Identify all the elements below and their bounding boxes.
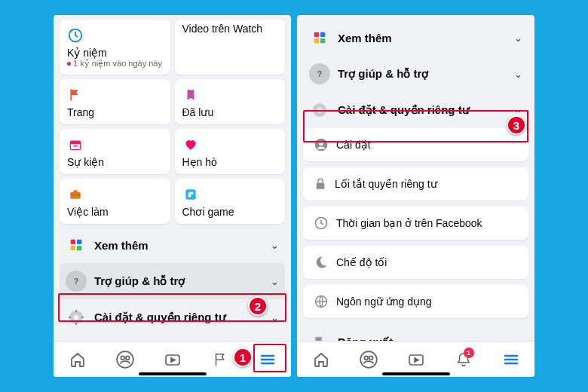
- tab-bar: [54, 341, 291, 377]
- svg-point-23: [121, 356, 124, 360]
- card-dating[interactable]: Hẹn hò: [175, 129, 286, 174]
- item-settings[interactable]: Cài đặt: [303, 128, 528, 161]
- svg-point-45: [364, 356, 368, 360]
- label: Đăng xuất: [338, 335, 522, 341]
- item-dark-mode[interactable]: Chế độ tối: [303, 246, 528, 279]
- svg-point-35: [317, 108, 323, 113]
- tab-menu[interactable]: [251, 345, 284, 375]
- label: Video trên Watch: [182, 23, 278, 35]
- tab-home[interactable]: [61, 345, 94, 375]
- svg-rect-5: [74, 190, 78, 192]
- annotation-number-1: 1: [233, 348, 253, 367]
- label: Cài đặt & quyền riêng tư: [94, 311, 263, 324]
- svg-rect-2: [70, 141, 80, 144]
- label: Đã lưu: [182, 106, 278, 118]
- logout-row[interactable]: Đăng xuất: [60, 335, 285, 341]
- notification-badge: 1: [464, 348, 474, 358]
- see-more-row[interactable]: Xem thêm ⌄: [303, 20, 528, 56]
- item-privacy-shortcuts[interactable]: Lối tắt quyền riêng tư: [303, 167, 528, 201]
- svg-rect-10: [71, 246, 75, 250]
- help-row[interactable]: ? Trợ giúp & hỗ trợ ⌄: [60, 263, 285, 299]
- tab-home[interactable]: [305, 345, 338, 375]
- svg-point-22: [117, 351, 133, 368]
- label: Cài đặt: [336, 139, 518, 151]
- chevron-down-icon: ⌄: [271, 312, 279, 323]
- settings-privacy-row[interactable]: Cài đặt & quyền riêng tư ⌄: [303, 92, 528, 128]
- label: Trang: [67, 106, 163, 118]
- see-more-row[interactable]: Xem thêm ⌄: [60, 227, 285, 263]
- grid-icon: [309, 27, 330, 48]
- label: Trợ giúp & hỗ trợ: [338, 67, 507, 81]
- logout-row[interactable]: Đăng xuất: [303, 324, 528, 341]
- chevron-down-icon: ⌄: [514, 69, 522, 80]
- clock-icon: [314, 216, 329, 231]
- help-row[interactable]: ? Trợ giúp & hỗ trợ ⌄: [303, 56, 528, 92]
- home-indicator: [139, 372, 207, 375]
- label: Xem thêm: [94, 239, 263, 252]
- label: Cài đặt & quyền riêng tư: [338, 103, 507, 117]
- red-dot-icon: [67, 62, 71, 66]
- svg-rect-8: [71, 240, 75, 244]
- svg-point-14: [74, 315, 79, 320]
- svg-rect-6: [70, 194, 80, 195]
- card-memories[interactable]: Kỷ niệm 1 kỷ niệm vào ngày này: [60, 20, 170, 75]
- tab-notifications[interactable]: 1: [447, 345, 480, 375]
- label: Việc làm: [67, 206, 163, 218]
- card-pages[interactable]: Trang: [60, 79, 170, 124]
- label: Ngôn ngữ ứng dụng: [336, 296, 518, 308]
- chevron-down-icon: ⌄: [271, 276, 279, 287]
- svg-point-24: [125, 356, 129, 360]
- item-app-language[interactable]: Ngôn ngữ ứng dụng: [303, 285, 528, 318]
- annotation-number-2: 2: [248, 296, 268, 316]
- svg-rect-32: [320, 38, 325, 43]
- bookmark-icon: [182, 87, 199, 103]
- svg-text:?: ?: [317, 69, 323, 78]
- flag-icon: [67, 87, 84, 103]
- label: Chơi game: [182, 206, 278, 218]
- door-icon: [309, 332, 330, 341]
- tab-watch[interactable]: [156, 345, 189, 375]
- card-events[interactable]: Sự kiện: [60, 129, 170, 174]
- svg-rect-11: [77, 246, 81, 250]
- tab-groups[interactable]: [352, 345, 385, 375]
- svg-rect-3: [74, 145, 78, 147]
- svg-rect-29: [314, 32, 319, 37]
- heart-icon: [182, 136, 199, 153]
- chevron-down-icon: ⌄: [271, 240, 279, 251]
- svg-point-44: [360, 351, 377, 368]
- person-gear-icon: [314, 137, 329, 152]
- label: Sự kiện: [67, 156, 163, 168]
- label: Chế độ tối: [336, 256, 518, 268]
- moon-icon: [314, 255, 329, 270]
- svg-text:?: ?: [74, 277, 79, 286]
- label: Thời gian bạn ở trên Facebook: [336, 217, 518, 229]
- card-watch[interactable]: Video trên Watch: [175, 20, 286, 75]
- item-time-on-fb[interactable]: Thời gian bạn ở trên Facebook: [303, 207, 528, 240]
- gaming-icon: [182, 186, 199, 203]
- tab-watch[interactable]: [400, 345, 433, 375]
- tab-groups[interactable]: [109, 345, 142, 375]
- grid-icon: [66, 234, 87, 256]
- annotation-number-3: 3: [507, 115, 526, 135]
- home-indicator: [382, 372, 450, 375]
- label: Xem thêm: [338, 32, 507, 44]
- tab-menu[interactable]: [495, 345, 528, 375]
- label: Trợ giúp & hỗ trợ: [94, 274, 263, 288]
- subtext: 1 kỷ niệm vào ngày này: [67, 59, 163, 69]
- briefcase-icon: [67, 186, 84, 203]
- card-gaming[interactable]: Chơi game: [175, 179, 286, 224]
- tab-pages-flag[interactable]: [204, 345, 237, 375]
- card-saved[interactable]: Đã lưu: [175, 79, 286, 124]
- gear-icon: [309, 100, 330, 121]
- label: Lối tắt quyền riêng tư: [335, 178, 518, 190]
- svg-point-37: [319, 141, 323, 145]
- chevron-down-icon: ⌄: [514, 32, 522, 44]
- svg-rect-9: [77, 240, 81, 244]
- svg-rect-38: [317, 183, 325, 189]
- svg-rect-31: [314, 38, 319, 43]
- globe-icon: [314, 294, 329, 309]
- gear-icon: [66, 307, 87, 328]
- svg-point-46: [369, 356, 372, 360]
- label: Kỷ niệm: [67, 47, 163, 59]
- card-jobs[interactable]: Việc làm: [60, 179, 170, 224]
